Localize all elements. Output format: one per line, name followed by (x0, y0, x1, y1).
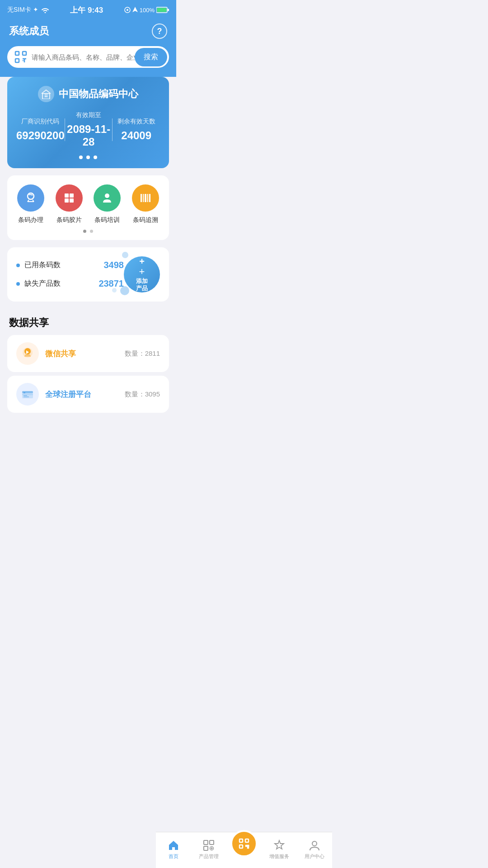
svg-rect-6 (15, 52, 19, 55)
status-right: 100% (124, 7, 169, 14)
menu-item-barcode-film[interactable]: 条码胶片 (56, 184, 83, 224)
menu-dot-1 (83, 230, 86, 233)
used-barcode-row: 已用条码数 3498 (16, 260, 124, 270)
menu-item-barcode-apply[interactable]: 条码办理 (17, 184, 44, 224)
menu-grid: 条码办理 条码胶片 (12, 184, 164, 224)
menu-dots (12, 230, 164, 233)
barcode-film-icon (56, 184, 83, 212)
sim-status: 无SIM卡 ✦ (7, 6, 38, 14)
stat-expiry: 有效期至 2089-11-28 (65, 111, 113, 148)
svg-point-0 (44, 12, 46, 14)
banner-dots (16, 156, 160, 159)
svg-rect-30 (147, 194, 148, 202)
stats-list: 已用条码数 3498 缺失产品数 23871 (16, 260, 124, 289)
svg-rect-39 (23, 396, 29, 397)
page-title: 系统成员 (9, 24, 49, 38)
barcode-training-icon (94, 184, 121, 212)
building-icon (41, 89, 51, 99)
svg-rect-26 (105, 198, 109, 199)
global-registry-info: 全球注册平台 (45, 389, 118, 400)
bullet-used (16, 264, 20, 267)
deco-circle-2 (120, 286, 129, 295)
svg-point-25 (105, 193, 109, 198)
global-icon-wrap (16, 383, 39, 406)
org-logo (38, 86, 54, 102)
svg-rect-37 (22, 394, 33, 395)
bullet-missing (16, 282, 20, 286)
missing-product-label: 缺失产品数 (24, 279, 94, 288)
svg-rect-38 (23, 395, 27, 396)
stat-expiry-value: 2089-11-28 (65, 123, 113, 148)
dot-3 (94, 156, 97, 159)
status-time: 上午 9:43 (70, 5, 103, 15)
dot-2 (86, 156, 90, 159)
status-bar: 无SIM卡 ✦ 上午 9:43 100% (0, 0, 176, 20)
wechat-share-count: 数量：2811 (125, 349, 160, 358)
svg-rect-23 (65, 198, 69, 203)
stat-remaining-days: 剩余有效天数 24009 (113, 118, 160, 142)
deco-circle-3 (112, 288, 117, 292)
datashare-section-title: 数据共享 (0, 309, 176, 335)
wechat-share-icon (21, 347, 34, 360)
wechat-icon-wrap (16, 342, 39, 365)
barcode-trace-icon (132, 184, 159, 212)
svg-rect-13 (45, 95, 46, 97)
used-barcode-label: 已用条码数 (24, 260, 99, 270)
global-registry-icon (21, 387, 34, 401)
banner-org-name: 中国物品编码中心 (59, 87, 138, 101)
used-barcode-value: 3498 (104, 260, 124, 270)
stat-vendor-value: 69290200 (16, 129, 65, 142)
deco-circle-1 (122, 252, 128, 258)
global-registry-card[interactable]: 全球注册平台 数量：3095 (7, 376, 169, 413)
stat-expiry-label: 有效期至 (65, 111, 113, 119)
add-product-label: 添加产品 (136, 278, 148, 292)
wechat-share-info: 微信共享 (45, 349, 118, 359)
svg-rect-4 (157, 8, 167, 12)
svg-rect-21 (65, 193, 69, 198)
search-container: 搜索 (0, 46, 176, 77)
stat-remaining-label: 剩余有效天数 (113, 118, 160, 126)
svg-rect-12 (42, 94, 50, 99)
menu-dot-2 (90, 230, 93, 233)
menu-label-barcode-trace: 条码追溯 (133, 216, 158, 224)
svg-point-2 (127, 9, 128, 11)
svg-rect-14 (47, 95, 48, 97)
wechat-share-card[interactable]: 微信共享 数量：2811 (7, 335, 169, 372)
banner-header: 中国物品编码中心 (16, 86, 160, 102)
add-icon: + (139, 267, 145, 277)
menu-label-barcode-film: 条码胶片 (56, 216, 82, 224)
barcode-scan-icon[interactable] (14, 50, 28, 64)
search-bar: 搜索 (7, 46, 169, 68)
global-registry-name: 全球注册平台 (45, 389, 118, 400)
wifi-icon (41, 7, 49, 13)
svg-point-17 (28, 193, 34, 199)
svg-rect-8 (15, 59, 19, 62)
help-button[interactable]: ? (152, 24, 167, 39)
svg-rect-29 (145, 194, 146, 202)
search-button[interactable]: 搜索 (135, 48, 167, 66)
svg-rect-7 (23, 52, 26, 55)
menu-label-barcode-training: 条码培训 (94, 216, 120, 224)
svg-rect-15 (45, 94, 46, 95)
menu-item-barcode-training[interactable]: 条码培训 (94, 184, 121, 224)
wechat-share-name: 微信共享 (45, 349, 118, 359)
navigation-icon (132, 7, 138, 13)
battery-percent: 100% (140, 7, 155, 14)
svg-rect-5 (168, 9, 169, 11)
search-input[interactable] (32, 53, 135, 61)
svg-rect-22 (70, 193, 74, 198)
quick-menu: 条码办理 条码胶片 (7, 175, 169, 240)
svg-rect-31 (149, 194, 150, 202)
banner-stats: 厂商识别代码 69290200 有效期至 2089-11-28 剩余有效天数 2… (16, 111, 160, 148)
add-product-button[interactable]: + 添加产品 (124, 256, 160, 292)
status-left: 无SIM卡 ✦ (7, 6, 49, 14)
menu-item-barcode-trace[interactable]: 条码追溯 (132, 184, 159, 224)
location-icon (124, 7, 131, 13)
stat-remaining-value: 24009 (113, 129, 160, 142)
banner-card: 中国物品编码中心 厂商识别代码 69290200 有效期至 2089-11-28… (7, 77, 169, 168)
svg-rect-36 (23, 392, 25, 393)
battery-icon (156, 7, 169, 13)
menu-label-barcode-apply: 条码办理 (18, 216, 43, 224)
dot-1 (79, 156, 83, 159)
stat-vendor-label: 厂商识别代码 (16, 118, 65, 126)
